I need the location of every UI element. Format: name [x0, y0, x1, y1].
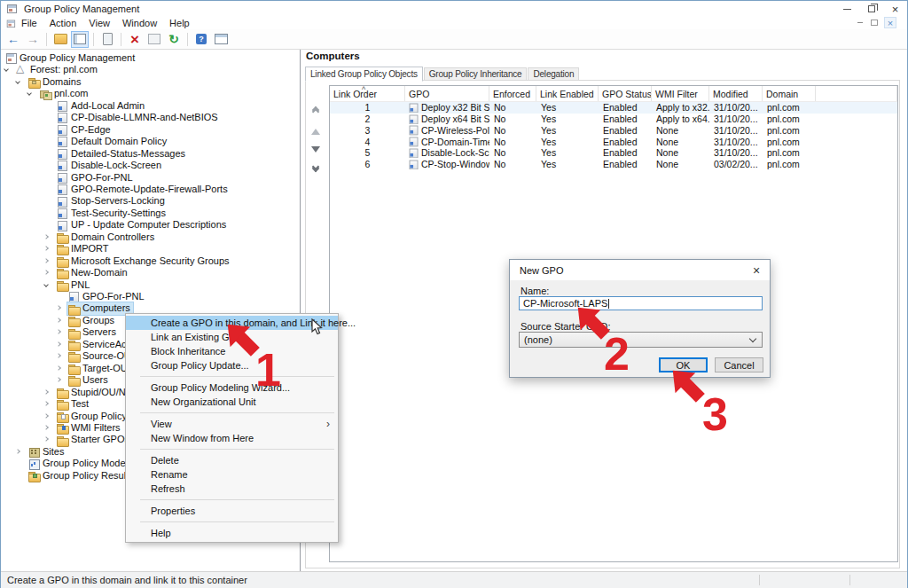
refresh-icon[interactable]: [165, 31, 183, 48]
source-starter-gpo-select[interactable]: (none): [519, 332, 763, 348]
expander-icon[interactable]: [15, 79, 20, 84]
expander-icon[interactable]: [43, 246, 49, 251]
expander-icon[interactable]: [43, 270, 49, 275]
delete-icon[interactable]: [126, 31, 144, 48]
child-restore-button[interactable]: [868, 17, 881, 28]
tab-linked-group-policy-objects[interactable]: Linked Group Policy Objects: [305, 67, 423, 82]
table-row[interactable]: 1 Deploy x32 Bit Soft... No Yes Enabled …: [330, 102, 897, 114]
name-input[interactable]: CP-Microsoft-LAPS: [519, 296, 763, 310]
column-header-blank[interactable]: [816, 86, 897, 101]
expander-icon[interactable]: [56, 330, 61, 335]
tree-item-cp-disable-llmnr-and-netbios[interactable]: CP-Disable-LLMNR-and-NetBIOS: [1, 112, 300, 123]
move-down-button[interactable]: [309, 143, 322, 156]
forward-icon[interactable]: [24, 31, 42, 48]
move-up-button[interactable]: [309, 125, 322, 138]
back-icon[interactable]: [4, 31, 22, 48]
expander-icon[interactable]: [56, 377, 61, 382]
context-menu-item[interactable]: Rename: [126, 467, 338, 482]
expander-icon[interactable]: [43, 389, 49, 395]
expander-icon[interactable]: [56, 341, 61, 347]
menu-item-window[interactable]: Window: [121, 18, 159, 28]
context-menu-item[interactable]: New Organizational Unit: [126, 395, 338, 409]
expander-icon[interactable]: [15, 449, 20, 454]
tree-item-default-domain-policy[interactable]: Default Domain Policy: [1, 136, 300, 147]
column-header-gpo[interactable]: GPO: [405, 86, 489, 101]
tree-item-pnl[interactable]: PNL: [1, 279, 300, 291]
table-row[interactable]: 2 Deploy x64 Bit Soft... No Yes Enabled …: [330, 114, 897, 125]
expander-icon[interactable]: [56, 318, 61, 323]
table-row[interactable]: 5 Disable-Lock-Screen No Yes Enabled Non…: [330, 147, 897, 159]
expander-icon[interactable]: [27, 91, 32, 97]
tree-item-domain-controllers[interactable]: Domain Controllers: [1, 231, 300, 243]
table-row[interactable]: 6 CP-Stop-Windows-1... No Yes Enabled No…: [330, 159, 897, 170]
context-menu-item[interactable]: New Window from Here: [126, 431, 338, 445]
tree-item-stop-servers-locking[interactable]: Stop-Servers-Locking: [1, 195, 300, 207]
menu-item-view[interactable]: View: [87, 18, 112, 28]
tree-item-up-update-computer-descriptions[interactable]: UP - Update Computer Descriptions: [1, 219, 300, 231]
tree-item-forest-pnl-com[interactable]: Forest: pnl.com: [1, 64, 300, 75]
context-menu-item[interactable]: Refresh: [126, 482, 338, 496]
up-folder-icon[interactable]: [51, 31, 69, 48]
tree-item-test-security-settings[interactable]: Test-Security-Settings: [1, 208, 300, 219]
console-tree-icon[interactable]: [71, 31, 89, 48]
help-icon[interactable]: [192, 31, 210, 48]
column-header-link-order[interactable]: Link Order: [330, 86, 405, 101]
minimize-button[interactable]: [835, 1, 859, 17]
context-menu-item[interactable]: Group Policy Update...: [126, 358, 338, 372]
tree-item-group-policy-management[interactable]: Group Policy Management: [1, 52, 300, 64]
expander-icon[interactable]: [43, 425, 49, 430]
tree-item-add-local-admin[interactable]: Add-Local Admin: [1, 100, 300, 112]
restore-button[interactable]: [859, 1, 883, 17]
column-header-gpo-status[interactable]: GPO Status: [599, 86, 652, 101]
move-to-bottom-button[interactable]: [309, 161, 322, 174]
tree-item-cp-edge[interactable]: CP-Edge: [1, 124, 300, 136]
cancel-button[interactable]: Cancel: [715, 357, 763, 372]
context-menu-item[interactable]: Properties: [126, 504, 338, 518]
tree-item-import[interactable]: IMPORT: [1, 243, 300, 255]
menu-item-help[interactable]: Help: [168, 18, 192, 28]
tree-item-label: Domains: [43, 76, 81, 88]
dialog-close-icon[interactable]: ×: [743, 263, 770, 278]
close-button[interactable]: ×: [883, 1, 907, 17]
tree-item-disable-lock-screen[interactable]: Disable-Lock-Screen: [1, 160, 300, 171]
tree-item-detailed-status-messages[interactable]: Detailed-Status-Messages: [1, 148, 300, 160]
expander-icon[interactable]: [56, 365, 61, 371]
expander-icon[interactable]: [43, 234, 49, 239]
child-close-button[interactable]: ×: [884, 17, 896, 28]
expander-icon[interactable]: [43, 401, 49, 406]
tree-item-pnl-com[interactable]: pnl.com: [1, 88, 300, 99]
tab-group-policy-inheritance[interactable]: Group Policy Inheritance: [424, 67, 528, 81]
context-menu-item[interactable]: Help: [126, 526, 338, 540]
expander-icon[interactable]: [56, 353, 61, 358]
new-window-icon[interactable]: [212, 31, 230, 48]
tree-item-microsoft-exchange-security-groups[interactable]: Microsoft Exchange Security Groups: [1, 255, 300, 267]
expander-icon[interactable]: [43, 282, 49, 287]
tree-item-domains[interactable]: Domains: [1, 76, 300, 88]
child-minimize-button[interactable]: [854, 17, 866, 28]
tree-item-new-domain[interactable]: New-Domain: [1, 267, 300, 278]
expander-icon[interactable]: [4, 67, 9, 73]
tab-delegation[interactable]: Delegation: [528, 67, 579, 81]
tree-item-gpo-remote-update-firewall-ports[interactable]: GPO-Remote-Update-Firewall-Ports: [1, 184, 300, 195]
column-header-wmi-filter[interactable]: WMI Filter: [652, 86, 709, 101]
table-row[interactable]: 4 CP-Domain-Time-Se... No Yes Enabled No…: [330, 136, 897, 147]
tree-item-gpo-for-pnl[interactable]: GPO-For-PNL: [1, 291, 300, 302]
expander-icon[interactable]: [43, 258, 49, 263]
menu-item-action[interactable]: Action: [48, 18, 79, 28]
table-row[interactable]: 3 CP-Wireless-Policy No Yes Enabled None…: [330, 125, 897, 137]
expander-icon[interactable]: [56, 306, 61, 311]
column-header-enforced[interactable]: Enforced: [489, 86, 536, 101]
context-menu-item[interactable]: View: [126, 417, 338, 431]
column-header-domain[interactable]: Domain: [763, 86, 816, 101]
menu-item-file[interactable]: File: [20, 18, 39, 28]
column-header-link-enabled[interactable]: Link Enabled: [536, 86, 599, 101]
properties-icon[interactable]: [145, 31, 163, 48]
tree-item-gpo-for-pnl[interactable]: GPO-For-PNL: [1, 172, 300, 184]
clipboard-icon[interactable]: [98, 31, 116, 48]
expander-icon[interactable]: [43, 437, 49, 443]
expander-icon[interactable]: [43, 413, 49, 419]
context-menu-item[interactable]: Delete: [126, 453, 338, 467]
column-header-modified[interactable]: Modified: [709, 86, 763, 101]
context-menu-item[interactable]: Group Policy Modeling Wizard...: [126, 380, 338, 395]
move-to-top-button[interactable]: [309, 104, 322, 117]
